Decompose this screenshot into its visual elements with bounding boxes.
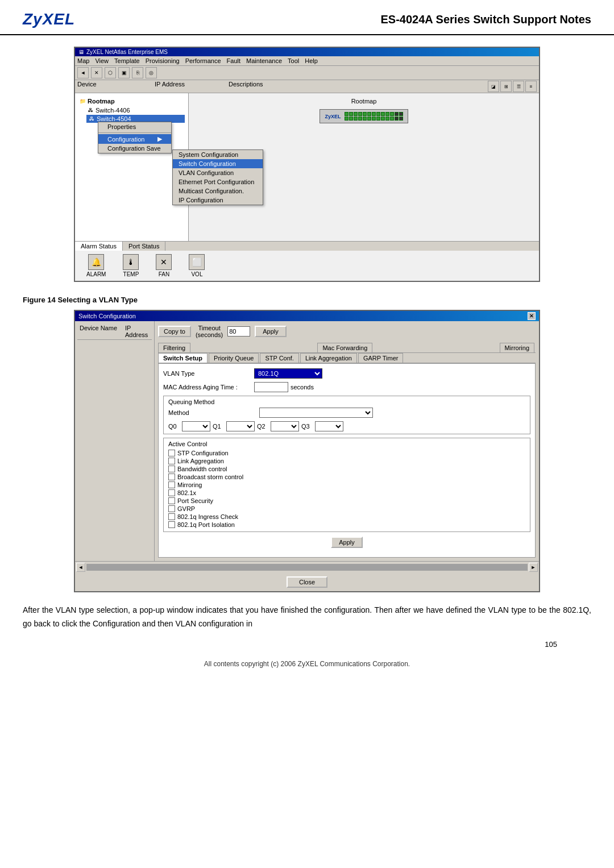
menu-fault[interactable]: Fault (227, 57, 240, 64)
q-row: Q0 Q1 Q2 Q3 (168, 421, 525, 431)
cb-gvrp-box[interactable] (168, 505, 175, 512)
alarm-icon-item: 🔔 ALARM (86, 254, 106, 277)
tab-filtering[interactable]: Filtering (158, 343, 190, 352)
cb-gvrp: GVRP (168, 505, 525, 512)
q2-label: Q2 (257, 423, 268, 430)
sub-switch-config[interactable]: Switch Configuration (173, 159, 263, 168)
ems-body: 📁 Rootmap 🖧 Switch-4406 🖧 Switch-4504 (75, 93, 539, 241)
scroll-right-btn[interactable]: ► (529, 563, 538, 572)
sw-right-panel: Copy to Timeout (seconds) Apply Filterin… (155, 321, 539, 561)
sub-multicast-config[interactable]: Multicast Configuration. (173, 186, 263, 196)
tree-switch-4406[interactable]: 🖧 Switch-4406 (86, 106, 185, 115)
close-row: Close (75, 573, 539, 591)
cb-bandwidth-box[interactable] (168, 466, 175, 472)
tab-mirroring[interactable]: Mirroring (500, 343, 534, 352)
temp-icon: 🌡 (123, 254, 139, 270)
cb-8021q-port-iso-label: 802.1q Port Isolation (177, 521, 235, 528)
view-btn-2[interactable]: ⊞ (500, 81, 512, 92)
tab-alarm-status[interactable]: Alarm Status (75, 242, 123, 251)
cb-link-agg-box[interactable] (168, 458, 175, 464)
submenu: System Configuration Switch Configuratio… (172, 149, 263, 205)
method-select[interactable] (259, 408, 373, 418)
cb-port-security-label: Port Security (177, 497, 213, 504)
temp-label: TEMP (123, 271, 139, 277)
menu-tool[interactable]: Tool (288, 57, 299, 64)
tab-port-status[interactable]: Port Status (123, 242, 165, 251)
q0-select[interactable] (182, 421, 210, 431)
vlan-type-select[interactable]: 802.1Q (254, 368, 322, 379)
sub-ethernet-config[interactable]: Ethernet Port Configuration (173, 177, 263, 186)
view-btn-1[interactable]: ◪ (488, 81, 499, 92)
toolbar-btn-4[interactable]: ▣ (118, 67, 130, 78)
active-control-box: Active Control STP Configuration Link Ag… (163, 438, 530, 532)
tab-switch-setup[interactable]: Switch Setup (158, 353, 208, 363)
tree-rootmap[interactable]: 📁 Rootmap (78, 97, 185, 106)
menu-performance[interactable]: Performance (185, 57, 221, 64)
cb-stp: STP Configuration (168, 450, 525, 456)
cb-port-security-box[interactable] (168, 497, 175, 504)
timeout-input[interactable] (227, 326, 250, 337)
menu-template[interactable]: Template (114, 57, 140, 64)
menu-maintenance[interactable]: Maintenance (246, 57, 282, 64)
alarm-label: ALARM (86, 271, 106, 277)
menu-view[interactable]: View (95, 57, 109, 64)
ctx-configuration[interactable]: Configuration ▶ (98, 134, 171, 144)
sub-vlan-config[interactable]: VLAN Configuration (173, 168, 263, 177)
ems-icons-row: 🔔 ALARM 🌡 TEMP ✕ FAN ⬜ VOL (75, 251, 539, 281)
toolbar-btn-5[interactable]: ⎘ (132, 67, 143, 78)
cb-mirroring: Mirroring (168, 481, 525, 488)
cb-8021q-port-iso: 802.1q Port Isolation (168, 521, 525, 528)
tab-garp-timer[interactable]: GARP Timer (358, 353, 404, 363)
sub-system-config[interactable]: System Configuration (173, 150, 263, 159)
q3-select[interactable] (315, 421, 343, 431)
cb-bandwidth: Bandwidth control (168, 466, 525, 472)
cb-mirroring-box[interactable] (168, 481, 175, 488)
sw-close-btn[interactable]: ✕ (528, 312, 536, 320)
cb-broadcast-box[interactable] (168, 474, 175, 480)
vlan-type-label: VLAN Type (163, 370, 254, 377)
cb-stp-label: STP Configuration (177, 450, 229, 456)
sw-title-text: Switch Configuration (78, 313, 136, 319)
top-apply-button[interactable]: Apply (255, 326, 287, 337)
tab-mac-forwarding[interactable]: Mac Forwarding (317, 343, 372, 352)
sw-body: Device Name IP Address Copy to Timeout (… (75, 321, 539, 561)
scroll-track[interactable] (86, 564, 528, 571)
cb-8021q-ingress-box[interactable] (168, 513, 175, 520)
menu-help[interactable]: Help (305, 57, 318, 64)
view-btn-4[interactable]: ≡ (525, 81, 537, 92)
vlan-type-row: VLAN Type 802.1Q (163, 368, 530, 379)
menu-provisioning[interactable]: Provisioning (146, 57, 180, 64)
cb-8021q-ingress-label: 802.1q Ingress Check (177, 513, 238, 520)
tab-stp-conf[interactable]: STP Conf. (260, 353, 299, 363)
ems-window: 🖥 ZyXEL NetAtlas Enterprise EMS Map View… (74, 47, 540, 282)
menu-map[interactable]: Map (77, 57, 89, 64)
mac-aging-input[interactable] (254, 382, 288, 392)
close-button[interactable]: Close (287, 576, 327, 588)
tab-priority-queue[interactable]: Priority Queue (209, 353, 259, 363)
cb-8021q-port-iso-box[interactable] (168, 521, 175, 528)
copy-to-button[interactable]: Copy to (158, 326, 191, 337)
sw-left-panel: Device Name IP Address (75, 321, 155, 561)
toolbar-btn-6[interactable]: ◎ (146, 67, 157, 78)
page-number: 105 (23, 640, 591, 649)
cb-stp-box[interactable] (168, 450, 175, 456)
q2-select[interactable] (271, 421, 299, 431)
vol-label: VOL (191, 271, 202, 277)
cb-8021x-box[interactable] (168, 489, 175, 496)
content-apply-button[interactable]: Apply (331, 537, 363, 548)
q1-select[interactable] (226, 421, 255, 431)
q3-label: Q3 (301, 423, 313, 430)
rootmap-icon: 📁 (78, 97, 86, 105)
sub-ip-config[interactable]: IP Configuration (173, 196, 263, 205)
sw-content: VLAN Type 802.1Q MAC Address Aging Time … (158, 363, 536, 558)
ctx-config-save[interactable]: Configuration Save (98, 144, 171, 153)
toolbar-btn-1[interactable]: ◄ (77, 67, 89, 78)
method-label: Method (168, 409, 259, 416)
ctx-properties[interactable]: Properties (98, 122, 171, 131)
toolbar-btn-3[interactable]: ⬡ (105, 67, 116, 78)
toolbar-btn-2[interactable]: ✕ (91, 67, 102, 78)
vol-icon-item: ⬜ VOL (189, 254, 205, 277)
tab-link-aggregation[interactable]: Link Aggregation (300, 353, 357, 363)
scroll-left-btn[interactable]: ◄ (76, 563, 85, 572)
view-btn-3[interactable]: ☰ (513, 81, 524, 92)
